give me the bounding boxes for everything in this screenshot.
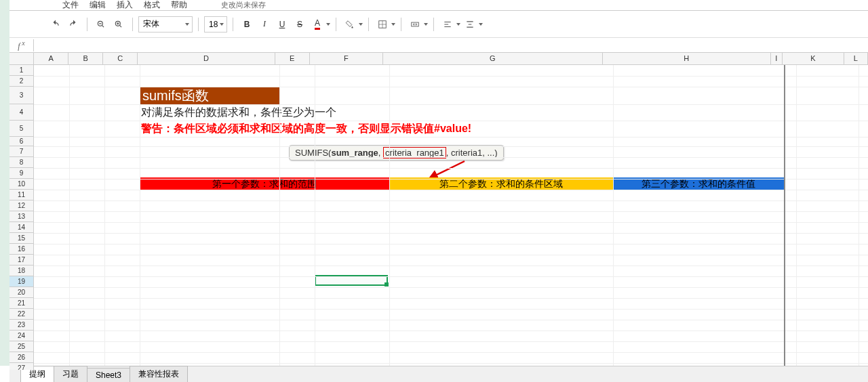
col-head-L[interactable]: L — [844, 53, 868, 65]
italic-button[interactable]: I — [256, 16, 273, 33]
fx-label: f x — [9, 39, 34, 51]
row-head-1[interactable]: 1 — [9, 65, 34, 76]
row-head-20[interactable]: 20 — [9, 287, 34, 298]
menu-edit[interactable]: 编辑 — [84, 0, 111, 12]
undo-button[interactable] — [47, 16, 64, 33]
col-head-B[interactable]: B — [68, 53, 103, 65]
col-head-G[interactable]: G — [383, 53, 603, 65]
row-head-8[interactable]: 8 — [9, 157, 34, 168]
row-head-9[interactable]: 9 — [9, 168, 34, 179]
sheet-tab-3[interactable]: 兼容性报表 — [130, 366, 188, 382]
menu-insert[interactable]: 插入 — [111, 0, 138, 12]
fill-color-button[interactable] — [342, 16, 358, 33]
zoom-out-button[interactable] — [93, 16, 109, 33]
col-head-F[interactable]: F — [310, 53, 383, 65]
col-head-E[interactable]: E — [275, 53, 310, 65]
cell-title[interactable]: sumifs函数 — [140, 87, 279, 104]
zoom-in-button[interactable] — [111, 16, 127, 33]
bold-button[interactable]: B — [239, 16, 255, 33]
underline-button[interactable]: U — [274, 16, 290, 33]
align-horiz-button[interactable] — [439, 16, 456, 33]
sheet-tab-1[interactable]: 习题 — [54, 366, 87, 382]
row-head-21[interactable]: 21 — [9, 298, 34, 309]
row-head-15[interactable]: 15 — [9, 233, 34, 244]
row-head-10[interactable]: 10 — [9, 179, 34, 190]
save-status: 史改尚未保存 — [213, 0, 274, 12]
formula-bar: f x — [9, 38, 868, 53]
row-head-16[interactable]: 16 — [9, 244, 34, 255]
row-head-2[interactable]: 2 — [9, 76, 34, 87]
col-head-K[interactable]: K — [783, 53, 844, 65]
col-head-A[interactable]: A — [34, 53, 68, 65]
function-tooltip: SUMIFS(sum_range, criteria_range1, crite… — [289, 145, 504, 161]
menu-help[interactable]: 帮助 — [165, 0, 193, 12]
row-head-13[interactable]: 13 — [9, 211, 34, 222]
row-head-26[interactable]: 26 — [9, 352, 34, 363]
strikethrough-button[interactable]: S — [292, 16, 308, 33]
align-vert-button[interactable] — [462, 16, 478, 33]
row-head-12[interactable]: 12 — [9, 200, 34, 211]
left-strip — [0, 0, 9, 366]
row-head-24[interactable]: 24 — [9, 331, 34, 341]
selection-handle[interactable] — [384, 282, 389, 286]
col-head-I[interactable]: I — [771, 53, 783, 65]
row-head-17[interactable]: 17 — [9, 255, 34, 266]
row-head-6[interactable]: 6 — [9, 137, 34, 146]
formula-input[interactable] — [34, 39, 868, 52]
font-size-value: 18 — [209, 20, 218, 29]
menu-file[interactable]: 文件 — [57, 0, 84, 12]
redo-button[interactable] — [65, 16, 81, 33]
row-head-27[interactable]: 27 — [9, 363, 34, 370]
select-all-corner[interactable] — [9, 53, 34, 65]
row-head-22[interactable]: 22 — [9, 309, 34, 320]
borders-button[interactable] — [374, 16, 391, 33]
row-headers: 1234567891011121314151617181920212223242… — [9, 65, 34, 370]
column-headers: ABCDEFGHIKL — [34, 53, 868, 65]
row-head-18[interactable]: 18 — [9, 266, 34, 276]
row-head-19[interactable]: 19 — [9, 276, 34, 287]
spreadsheet-grid[interactable]: ABCDEFGHIKL 1234567891011121314151617181… — [9, 53, 868, 370]
sheet-tabs: 提纲习题Sheet3兼容性报表 — [9, 366, 868, 382]
cell-description[interactable]: 对满足条件的数据求和，条件至少为一个 — [140, 104, 547, 121]
row-head-7[interactable]: 7 — [9, 146, 34, 157]
font-family-value: 宋体 — [143, 18, 159, 30]
grid-body[interactable]: sumifs函数 对满足条件的数据求和，条件至少为一个 警告：条件区域必须和求和… — [34, 65, 868, 370]
menubar: 文件 编辑 插入 格式 帮助 史改尚未保存 — [9, 0, 868, 11]
row-head-14[interactable]: 14 — [9, 222, 34, 233]
col-head-H[interactable]: H — [603, 53, 771, 65]
merge-button[interactable] — [407, 16, 423, 33]
menu-format[interactable]: 格式 — [138, 0, 165, 12]
row-head-25[interactable]: 25 — [9, 341, 34, 352]
row-head-5[interactable]: 5 — [9, 121, 34, 137]
row-head-11[interactable]: 11 — [9, 190, 34, 200]
font-family-select[interactable]: 宋体 — [138, 16, 193, 33]
col-head-D[interactable]: D — [138, 53, 275, 65]
cell-warning[interactable]: 警告：条件区域必须和求和区域的高度一致，否则显示错误值#value! — [140, 121, 628, 137]
font-color-button[interactable]: A — [309, 16, 326, 33]
split-bar[interactable] — [784, 53, 785, 370]
sheet-tab-2[interactable]: Sheet3 — [87, 368, 130, 382]
row-head-23[interactable]: 23 — [9, 320, 34, 331]
svg-line-4 — [434, 161, 465, 176]
row-head-4[interactable]: 4 — [9, 104, 34, 121]
toolbar: 宋体 18 B I U S A — [9, 11, 868, 38]
font-size-select[interactable]: 18 — [204, 16, 227, 33]
col-head-C[interactable]: C — [103, 53, 138, 65]
row-head-3[interactable]: 3 — [9, 87, 34, 104]
